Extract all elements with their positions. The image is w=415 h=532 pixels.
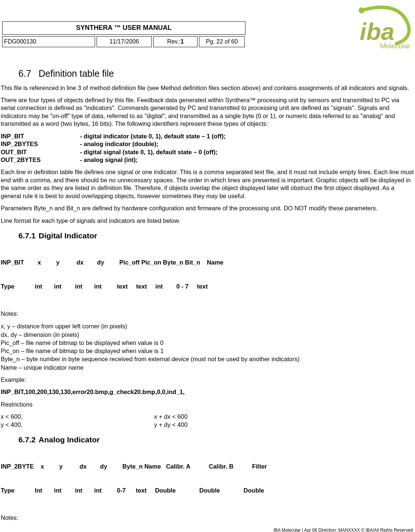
rev-label: Rev.: [167, 38, 180, 46]
def-val: - digital signal (state 0, 1), default s… [80, 148, 217, 156]
svg-text:Molecular: Molecular [380, 42, 411, 50]
doc-date: 11/17/2006 [97, 36, 152, 47]
rev-value: 1 [181, 38, 184, 46]
table-header-row: INP_2BYTE x y dx dy Byte_n Name Calibr. … [1, 463, 414, 470]
table-header-row: INP_BIT x y dx dy Pic_off Pic_on Byte_n … [1, 259, 414, 266]
def-val: - digital indicator (state 0, 1), defaul… [80, 132, 226, 140]
para-intro: This file is referenced in line 3 of met… [1, 84, 414, 92]
subsection-number: 6.7.2 [18, 435, 36, 444]
note-line: Byte_n – byte number in byte sequence re… [1, 355, 414, 363]
subsection-heading: 6.7.1Digital Indicator [18, 231, 414, 241]
doc-page: Pg. 22 of 60 [199, 36, 245, 47]
example-label: Example: [1, 376, 414, 384]
def-key: INP_BIT [1, 132, 80, 140]
para-format: Each line in definition table file defin… [1, 168, 414, 200]
section-number: 6.7 [18, 68, 31, 79]
restrictions-block: x < 600,x + dx < 600 y < 400,y + dy < 40… [1, 413, 414, 429]
identifier-definitions: INP_BIT- digital indicator (state 0, 1),… [1, 132, 414, 164]
def-val: - analog signal (int); [80, 156, 138, 164]
document-header: SYNTHERA ™ USER MANUAL FDG000130 11/17/2… [2, 21, 245, 47]
example-line: INP_BIT,100,200,130,130,error20.bmp,g_ch… [1, 388, 414, 396]
notes-label: Notes: [1, 514, 414, 522]
note-line: x, y – distance from upper left corner (… [1, 322, 414, 330]
doc-title: SYNTHERA ™ USER MANUAL [2, 21, 245, 35]
restrict-b: y + dy < 400 [154, 421, 188, 429]
restrict-a: y < 400, [1, 421, 154, 429]
analog-indicator-columns: INP_2BYTE x y dx dy Byte_n Name Calibr. … [1, 447, 414, 510]
def-key: INP_2BYTES [1, 140, 80, 148]
para-types: There are four types of objects defined … [1, 96, 414, 128]
para-params: Parameters Byte_n and Bit_n are defined … [1, 204, 414, 212]
subsection-heading: 6.7.2Analog Indicator [18, 435, 414, 445]
para-lineformat: Line format for each type of signals and… [1, 217, 414, 225]
note-line: Name – unique indicator name [1, 363, 414, 372]
notes-label: Notes: [1, 310, 414, 318]
section-heading: 6.7Definition table file [18, 68, 414, 80]
iba-logo: iba Molecular [343, 3, 415, 53]
def-key: OUT_BIT [1, 148, 80, 156]
doc-revision: Rev.: 1 [153, 36, 198, 47]
subsection-number: 6.7.1 [18, 231, 36, 240]
doc-id: FDG000130 [2, 36, 95, 47]
svg-text:iba: iba [360, 18, 394, 45]
table-type-row: Type int int int int text text int 0 - 7… [1, 283, 414, 290]
subsection-title: Digital Indicator [39, 231, 97, 240]
restrict-b: x + dx < 600 [154, 413, 188, 421]
note-line: Pic_on – file name of bitmap to be displ… [1, 347, 414, 355]
notes-block: x, y – distance from upper left corner (… [1, 322, 414, 372]
restrictions-label: Restrictions [1, 401, 414, 408]
table-type-row: Type Int int int int 0-7 text Double Dou… [1, 487, 414, 494]
section-title: Definition table file [39, 68, 114, 79]
page-footer: IBA Molecular | Apr 06 Direction: MANXXX… [273, 528, 413, 532]
note-line: dx, dy – dimension (in pixels) [1, 331, 414, 339]
note-line: Pic_off – file name of bitmap to be disp… [1, 339, 414, 347]
def-val: - analog indicator (double); [80, 140, 158, 148]
digital-indicator-columns: INP_BIT x y dx dy Pic_off Pic_on Byte_n … [1, 243, 414, 306]
def-key: OUT_2BYTES [1, 156, 80, 164]
restrict-a: x < 600, [1, 413, 154, 421]
subsection-title: Analog Indicator [39, 435, 100, 444]
